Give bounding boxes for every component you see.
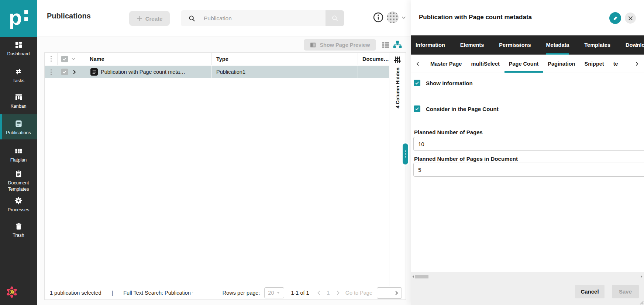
user-avatar[interactable] (387, 11, 399, 23)
consider-page-count-label: Consider in the Page Count (426, 106, 499, 112)
chevron-down-icon[interactable] (401, 15, 407, 21)
metadata-subtabs: Master Page multiSelect Page Count Pagin… (411, 55, 644, 73)
row-kebab-menu[interactable] (45, 66, 58, 78)
rows-per-page-select[interactable]: 20 (264, 287, 284, 298)
column-header-document[interactable]: Docume… (358, 53, 389, 65)
search-text-mark: " (192, 291, 193, 295)
close-button[interactable] (625, 13, 636, 24)
row-expand-chevron-icon[interactable] (72, 69, 77, 75)
tree-view-icon[interactable] (393, 40, 402, 49)
rows-per-page-label: Rows per page: (223, 290, 260, 296)
pencil-icon (613, 15, 618, 21)
row-type-cell: Publication1 (212, 66, 358, 78)
column-header-name[interactable]: Name (85, 53, 212, 65)
subtab-page-count[interactable]: Page Count (504, 55, 543, 73)
tab-templates[interactable]: Templates (584, 35, 610, 55)
subtab-master-page[interactable]: Master Page (430, 55, 462, 73)
publications-icon (0, 119, 37, 128)
next-page-icon[interactable] (335, 290, 341, 296)
tabs-scroll-right-icon[interactable] (634, 35, 640, 55)
planned-pages-label: Planned Number of Pages (414, 129, 483, 135)
subtabs-scroll-right-icon[interactable] (634, 55, 640, 73)
row-select-cell (58, 66, 85, 78)
publications-table: Name Type Docume… Publication with Page … (44, 52, 406, 300)
tab-permissions[interactable]: Permissions (499, 35, 531, 55)
page-preview-icon (310, 42, 316, 48)
horizontal-scrollbar-thumb[interactable] (415, 275, 428, 278)
cancel-button[interactable]: Cancel (575, 285, 605, 298)
column-settings-icon[interactable] (393, 56, 402, 64)
sidebar-item-tasks[interactable]: Tasks (0, 67, 37, 84)
chevron-down-icon[interactable] (71, 56, 76, 62)
go-to-page-box (377, 287, 402, 299)
processes-icon (0, 196, 37, 205)
panel-title: Publication with Page count metadata (419, 14, 532, 21)
tab-information[interactable]: Information (416, 35, 445, 55)
main-header: Publications Create (37, 0, 411, 37)
planned-pages-input[interactable] (413, 137, 644, 151)
selected-count-text: 1 publication selected (50, 290, 101, 296)
kanban-icon (0, 93, 37, 101)
table-row[interactable]: Publication with Page count meta… Public… (45, 66, 389, 78)
subtabs-scroll-left-icon[interactable] (415, 55, 420, 73)
sidebar-item-trash[interactable]: Trash (0, 222, 37, 239)
subtab-snippet[interactable]: Snippet (584, 55, 604, 73)
previous-page-icon[interactable] (316, 290, 322, 296)
tab-elements[interactable]: Elements (460, 35, 484, 55)
show-information-checkbox[interactable] (414, 80, 420, 86)
planned-pages-document-input[interactable] (413, 163, 644, 177)
show-information-row: Show Information (414, 80, 473, 86)
kebab-icon (51, 56, 52, 62)
list-view-icon[interactable] (381, 41, 390, 49)
header-select-all[interactable] (58, 53, 85, 65)
header-kebab-menu[interactable] (45, 53, 58, 65)
go-to-page-submit-icon[interactable] (394, 290, 402, 296)
scroll-left-arrow-icon[interactable] (411, 275, 415, 278)
app-logo[interactable]: p (0, 0, 37, 37)
column-header-type[interactable]: Type (212, 53, 358, 65)
hidden-columns-strip[interactable]: 4 Column Hidden (389, 53, 406, 299)
subtab-pagination[interactable]: Pagination (548, 55, 575, 73)
sidebar-item-processes[interactable]: Processes (0, 196, 37, 213)
search-input[interactable] (204, 15, 326, 22)
search-submit-button[interactable] (326, 10, 344, 26)
page-number[interactable]: 1 (327, 290, 330, 296)
sidebar-item-document-templates[interactable]: Document Templates (0, 170, 37, 193)
edit-button[interactable] (609, 12, 621, 24)
consider-page-count-checkbox[interactable] (414, 105, 420, 112)
range-text: 1-1 of 1 (291, 290, 309, 296)
subtab-multiselect[interactable]: multiSelect (471, 55, 499, 73)
show-information-label: Show Information (426, 80, 473, 86)
document-icon (90, 68, 98, 76)
sidebar-item-publications[interactable]: Publications (0, 119, 37, 136)
create-button[interactable]: Create (129, 11, 170, 26)
full-text-search-text: Full Text Search: Publication (123, 290, 191, 296)
plus-icon (137, 16, 142, 21)
subtab-te[interactable]: te (613, 55, 618, 73)
caret-down-icon (276, 291, 280, 295)
sidebar-item-kanban[interactable]: Kanban (0, 93, 37, 110)
row-document-cell (358, 66, 389, 78)
resize-grip-icon[interactable] (639, 300, 644, 305)
scroll-right-arrow-icon[interactable] (640, 275, 643, 278)
sidebar-item-dashboard[interactable]: Dashboard (0, 41, 37, 57)
flatplan-icon (0, 147, 37, 155)
page-title: Publications (47, 12, 91, 20)
row-checkbox[interactable] (61, 69, 68, 75)
panel-resize-handle[interactable] (403, 143, 408, 164)
info-icon[interactable] (373, 12, 384, 23)
separator: | (111, 290, 113, 296)
save-button[interactable]: Save (612, 285, 639, 298)
table-header-row: Name Type Docume… (45, 53, 389, 65)
app-logo-letter: p (9, 7, 22, 28)
tab-metadata[interactable]: Metadata (546, 35, 569, 55)
sidebar-item-flatplan[interactable]: Flatplan (0, 147, 37, 163)
detail-panel: Publication with Page count metadata Inf… (411, 0, 644, 305)
close-icon (628, 16, 633, 21)
select-all-checkbox[interactable] (61, 56, 68, 62)
pagination-controls: Rows per page: 20 1-1 of 1 1 Go to Page (223, 287, 402, 299)
show-page-preview-button[interactable]: Show Page Preview (304, 39, 376, 51)
go-to-page-input[interactable] (377, 290, 392, 296)
trash-icon (0, 222, 37, 231)
app-logo-colon (24, 10, 28, 21)
